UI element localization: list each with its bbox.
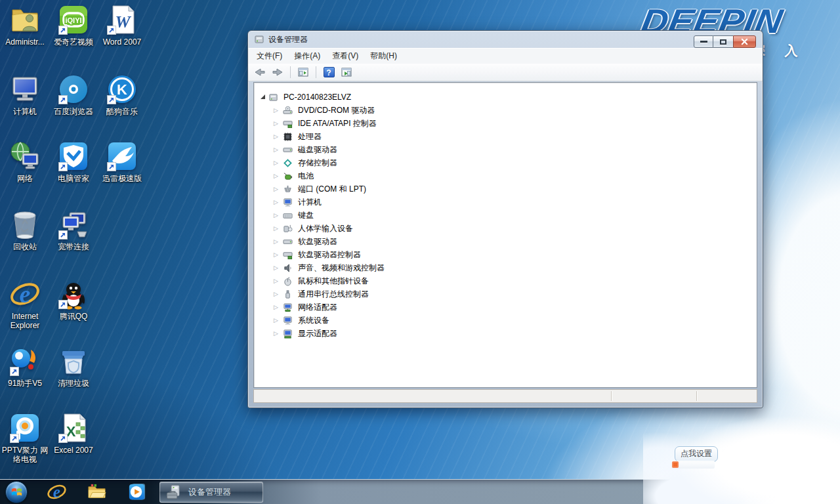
expander-collapsed-icon[interactable]: ▷ — [274, 133, 282, 140]
minimize-button[interactable] — [694, 35, 713, 48]
desktop-icon-label: 腾讯QQ — [60, 312, 88, 321]
expander-collapsed-icon[interactable]: ▷ — [274, 107, 282, 114]
tree-item-6[interactable]: ▷端口 (COM 和 LPT) — [259, 182, 757, 196]
excel-icon — [58, 412, 89, 444]
tree-item-2[interactable]: ▷处理器 — [259, 130, 757, 143]
expander-collapsed-icon[interactable]: ▷ — [274, 251, 282, 258]
expander-collapsed-icon[interactable]: ▷ — [274, 330, 282, 337]
expander-collapsed-icon[interactable]: ▷ — [274, 264, 282, 271]
taskbar-ie-button[interactable] — [45, 481, 68, 503]
tree-item-label: 软盘驱动器控制器 — [297, 249, 362, 261]
expander-collapsed-icon[interactable]: ▷ — [274, 304, 282, 310]
restore-button[interactable] — [713, 35, 733, 48]
speaker-device-icon — [283, 263, 293, 273]
forward-button[interactable] — [270, 66, 285, 79]
tree-item-12[interactable]: ▷声音、视频和游戏控制器 — [259, 261, 757, 274]
menu-item-1[interactable]: 操作(A) — [288, 48, 326, 64]
ie-icon — [9, 278, 41, 310]
expander-collapsed-icon[interactable]: ▷ — [274, 212, 282, 219]
tree-item-8[interactable]: ▷键盘 — [259, 209, 757, 222]
help-button[interactable]: ? — [322, 66, 336, 79]
desktop-icon-computer[interactable]: 计算机 — [1, 74, 49, 116]
ie-icon-art — [9, 278, 41, 310]
tree-item-label: 键盘 — [297, 209, 315, 222]
tree-item-16[interactable]: ▷系统设备 — [259, 314, 757, 327]
tree-item-17[interactable]: ▷显示适配器 — [259, 327, 757, 340]
shortcut-arrow-icon — [107, 26, 116, 35]
tree-item-4[interactable]: ▷存储控制器 — [259, 156, 757, 169]
tree-item-14[interactable]: ▷通用串行总线控制器 — [259, 287, 757, 301]
settings-tooltip[interactable]: 点我设置 — [675, 446, 718, 462]
tree-item-13[interactable]: ▷鼠标和其他指针设备 — [259, 274, 757, 287]
expander-expanded-icon[interactable] — [261, 94, 265, 99]
expander-collapsed-icon[interactable]: ▷ — [274, 278, 282, 284]
desktop-icon-recycle[interactable]: 回收站 — [1, 209, 49, 251]
action-pane-button[interactable] — [339, 66, 354, 79]
close-button[interactable] — [733, 35, 756, 48]
qq-icon — [58, 278, 89, 310]
expander-collapsed-icon[interactable]: ▷ — [274, 173, 282, 179]
desktop-icon-baidu[interactable]: 百度浏览器 — [50, 74, 97, 116]
tree-item-1[interactable]: ▷IDE ATA/ATAPI 控制器 — [259, 117, 757, 130]
tree-item-15[interactable]: ▷网络适配器 — [259, 301, 757, 314]
start-button[interactable] — [5, 481, 28, 503]
device-tree: PC-20140823ELVZ ▷DVD/CD-ROM 驱动器▷IDE ATA/… — [254, 83, 757, 340]
device-manager-window-icon — [254, 34, 264, 45]
desktop-icon-word[interactable]: Word 2007 — [98, 4, 146, 47]
expander-collapsed-icon[interactable]: ▷ — [274, 317, 282, 324]
expander-collapsed-icon[interactable]: ▷ — [274, 238, 282, 245]
computer-icon-art — [9, 74, 41, 105]
tree-item-label: 网络适配器 — [297, 301, 339, 314]
expander-collapsed-icon[interactable]: ▷ — [274, 186, 282, 192]
tree-item-3[interactable]: ▷磁盘驱动器 — [259, 143, 757, 156]
expander-collapsed-icon[interactable]: ▷ — [274, 159, 282, 166]
expander-collapsed-icon[interactable]: ▷ — [274, 146, 282, 153]
menu-item-0[interactable]: 文件(F) — [251, 48, 288, 64]
desktop-icon-user-folder[interactable]: Administr... — [1, 4, 49, 47]
tree-item-label: 系统设备 — [297, 314, 331, 327]
desktop-widget-fragment[interactable] — [671, 461, 715, 469]
expander-collapsed-icon[interactable]: ▷ — [274, 225, 282, 232]
desktop-icon-network[interactable]: 网络 — [1, 140, 49, 183]
desktop-icon-clean[interactable]: 清理垃圾 — [50, 345, 97, 388]
desktop-icon-ie[interactable]: Internet Explorer — [1, 278, 49, 330]
desktop-icon-label: 电脑管家 — [58, 174, 89, 183]
taskbar-explorer-button[interactable] — [85, 481, 108, 503]
tree-item-11[interactable]: ▷软盘驱动器控制器 — [259, 248, 757, 261]
tree-item-5[interactable]: ▷电池 — [259, 169, 757, 182]
expander-collapsed-icon[interactable]: ▷ — [274, 199, 282, 205]
display-device-icon — [283, 329, 293, 339]
desktop-icon-label: 百度浏览器 — [54, 107, 93, 116]
tree-item-9[interactable]: ▷人体学输入设备 — [259, 222, 757, 235]
tree-root-pc[interactable]: PC-20140823ELVZ — [259, 91, 757, 104]
taskbar-task-device-manager[interactable]: 设备管理器 — [159, 482, 263, 503]
computer-icon — [9, 74, 41, 105]
tree-item-label: 磁盘驱动器 — [297, 144, 339, 156]
desktop-icon-pcmgr[interactable]: 电脑管家 — [50, 140, 97, 183]
show-console-tree-button[interactable] — [296, 66, 310, 79]
expander-collapsed-icon[interactable]: ▷ — [274, 291, 282, 297]
desktop-icon-a91[interactable]: 91助手V5 — [1, 345, 49, 388]
desktop-icon-qq[interactable]: 腾讯QQ — [50, 278, 97, 321]
window-titlebar[interactable]: 设备管理器 — [248, 31, 763, 48]
menu-bar: 文件(F)操作(A)查看(V)帮助(H) — [248, 48, 763, 64]
desktop-icon-broadband[interactable]: 宽带连接 — [50, 209, 97, 251]
desktop-icon-label: 爱奇艺视频 — [54, 37, 93, 47]
port-device-icon — [283, 184, 293, 194]
menu-item-2[interactable]: 查看(V) — [326, 48, 364, 64]
desktop-icon-pptv[interactable]: PPTV聚力 网络电视 — [1, 412, 49, 464]
desktop-icon-label: Administr... — [5, 37, 44, 47]
tree-item-0[interactable]: ▷DVD/CD-ROM 驱动器 — [259, 104, 757, 117]
desktop-icon-excel[interactable]: Excel 2007 — [50, 412, 97, 455]
tree-item-7[interactable]: ▷计算机 — [259, 196, 757, 209]
menu-item-3[interactable]: 帮助(H) — [364, 48, 403, 64]
back-button[interactable] — [253, 66, 267, 79]
clean-icon — [58, 345, 89, 377]
tree-item-10[interactable]: ▷软盘驱动器 — [259, 235, 757, 248]
taskbar-media-player-button[interactable] — [125, 481, 148, 503]
expander-collapsed-icon[interactable]: ▷ — [274, 120, 282, 127]
desktop-icon-kugou[interactable]: 酷狗音乐 — [98, 74, 146, 116]
desktop-icon-thunder[interactable]: 迅雷极速版 — [98, 140, 146, 183]
desktop-icon-iqiyi[interactable]: 爱奇艺视频 — [50, 4, 97, 47]
recycle-icon — [9, 209, 41, 240]
